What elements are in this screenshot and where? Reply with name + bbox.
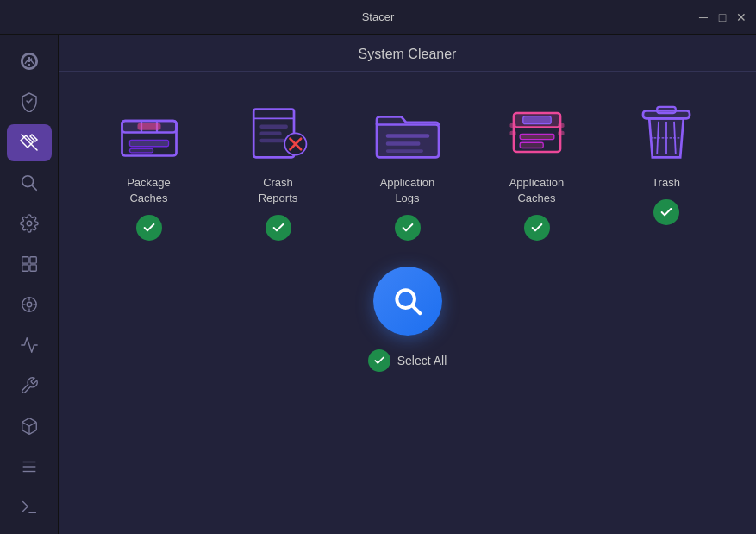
cleaner-item-application-logs[interactable]: ApplicationLogs [352,97,464,241]
dashboard-icon [19,51,40,72]
package-caches-icon [106,97,192,166]
cleaner-item-crash-reports[interactable]: CrashReports [222,97,334,241]
svg-rect-23 [129,148,153,153]
svg-rect-34 [385,149,422,153]
apt-icon [20,254,39,273]
check-icon [142,221,156,235]
application-caches-icon [494,97,580,166]
page-header: System Cleaner [59,35,756,72]
svg-rect-22 [129,140,168,146]
svg-rect-42 [558,123,564,127]
maximize-button[interactable]: □ [716,11,728,23]
check-icon [272,221,285,235]
cleaner-icon [19,132,40,153]
svg-rect-27 [259,131,281,135]
check-icon [401,221,415,235]
svg-rect-24 [137,123,160,129]
sidebar-item-packages[interactable] [7,407,52,444]
settings-icon [20,214,39,233]
select-all-row[interactable]: Select All [368,349,447,372]
svg-rect-6 [29,257,35,263]
main-content: System Cleaner [59,35,756,534]
svg-rect-33 [385,141,420,146]
cleaner-item-trash[interactable]: Trash [610,97,722,225]
trash-check[interactable] [653,199,679,225]
titlebar: Stacer ─ □ ✕ [0,0,756,35]
package-caches-check[interactable] [136,215,162,241]
svg-rect-39 [522,116,550,123]
window-controls: ─ □ ✕ [697,11,747,23]
packages-icon [20,417,39,436]
crash-reports-check[interactable] [266,215,291,241]
content-area: PackageCaches [59,72,756,534]
sidebar-item-settings[interactable] [7,205,52,242]
select-all-label: Select All [397,354,447,368]
svg-rect-40 [509,123,515,127]
application-caches-check[interactable] [524,215,550,241]
minimize-button[interactable]: ─ [697,11,709,23]
services-icon [20,457,39,476]
svg-rect-43 [558,130,564,135]
magnify-icon [391,285,424,317]
tools-icon [20,376,39,395]
cleaner-item-package-caches[interactable]: PackageCaches [93,97,205,241]
app-container: System Cleaner [0,35,756,534]
sidebar-item-cleaner[interactable] [7,124,52,161]
svg-point-10 [27,302,32,307]
sidebar-item-resources[interactable] [7,286,52,324]
select-all-check-icon [373,355,385,367]
svg-rect-45 [657,106,676,112]
svg-line-3 [32,185,36,190]
stats-icon [20,336,39,355]
crash-reports-icon [235,97,322,166]
svg-line-51 [412,306,420,314]
app-title: Stacer [362,10,395,23]
scan-section: Select All [368,267,447,372]
application-logs-icon [365,97,451,166]
trash-label: Trash [652,175,680,191]
cleaner-item-application-caches[interactable]: ApplicationCaches [481,97,593,241]
check-icon [659,205,673,219]
sidebar-item-tools[interactable] [7,367,52,404]
sidebar-item-services[interactable] [7,448,52,485]
application-caches-label: ApplicationCaches [509,175,565,206]
trash-icon [623,97,709,166]
svg-rect-37 [520,134,554,139]
close-button[interactable]: ✕ [735,11,747,23]
resources-icon [20,295,39,314]
startup-icon [19,91,40,112]
sidebar-item-startup[interactable] [7,84,52,121]
application-logs-label: ApplicationLogs [380,175,435,206]
sidebar-item-stats[interactable] [7,326,52,363]
svg-rect-26 [259,124,287,129]
sidebar-item-apt[interactable] [7,246,52,283]
crash-reports-label: CrashReports [259,175,298,206]
svg-rect-41 [509,130,515,135]
check-icon [530,221,544,235]
svg-point-4 [27,221,32,226]
svg-rect-38 [520,142,543,148]
svg-rect-32 [385,134,428,138]
svg-rect-7 [22,265,28,271]
terminal-icon [20,498,39,517]
svg-rect-28 [259,138,284,142]
package-caches-label: PackageCaches [127,175,171,206]
svg-rect-8 [29,265,35,271]
sidebar-item-terminal[interactable] [7,488,52,525]
sidebar-item-search[interactable] [7,165,52,202]
sidebar-item-dashboard[interactable] [7,43,52,80]
svg-rect-5 [22,257,28,263]
scan-button[interactable] [373,267,442,336]
sidebar [0,35,59,534]
cleaner-grid: PackageCaches [93,97,722,241]
search-icon [20,173,39,192]
select-all-check[interactable] [368,349,390,372]
page-title: System Cleaner [76,47,739,62]
application-logs-check[interactable] [395,215,421,241]
